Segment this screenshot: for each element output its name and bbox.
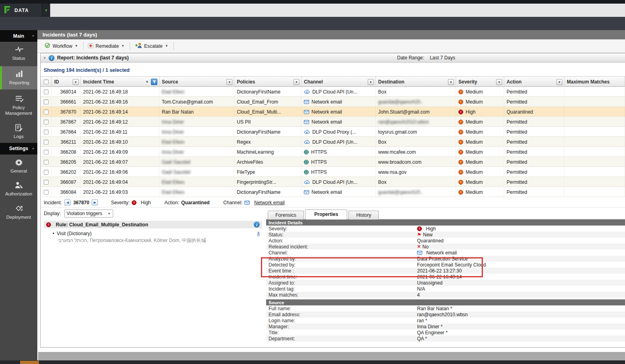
column-header-destination[interactable]: Destination▼ xyxy=(376,77,456,87)
cell-destination: Box xyxy=(376,87,456,97)
filter-icon[interactable] xyxy=(151,79,157,85)
tab-forensics[interactable]: Forensics xyxy=(268,211,304,220)
incident-row[interactable]: 3666612021-06-22 16:49:16Tom.Cruise@gmai… xyxy=(41,97,625,107)
incident-row[interactable]: 3662112021-06-22 16:49:10Elad ElkesRegex… xyxy=(41,137,625,147)
row-checkbox-cell xyxy=(41,97,52,107)
date-range[interactable]: Date Range: Last 7 Days xyxy=(397,55,455,61)
row-checkbox[interactable] xyxy=(44,89,49,94)
sidebar-item-general[interactable]: General xyxy=(0,155,37,177)
property-value: Data Protection Service xyxy=(417,256,468,262)
property-value-text: ran * xyxy=(417,318,427,323)
incident-row[interactable]: 3678672021-06-22 16:49:12Inna DinerUS PI… xyxy=(41,117,625,127)
trigger-values: הכותל המערבי, Петропавловск-Камчатский, … xyxy=(44,236,262,244)
trigger-count-link[interactable]: 4 xyxy=(257,231,261,236)
info-icon[interactable]: i xyxy=(49,55,55,61)
channel-text: HTTPS xyxy=(311,169,327,175)
incident-row[interactable]: 3662022021-06-22 16:49:06Gadi SaustielFi… xyxy=(41,167,625,177)
incident-row[interactable]: 3660842021-06-22 16:49:03Elad ElkesDicti… xyxy=(41,187,625,197)
channel-value-link[interactable]: Network email xyxy=(254,200,285,205)
forcepoint-logo-tile[interactable]: DATA xyxy=(0,4,42,17)
cell-destination: Box xyxy=(376,177,456,187)
cell-maximum-matches xyxy=(564,117,625,127)
channel-text: DLP Cloud Proxy (... xyxy=(312,129,356,135)
row-checkbox[interactable] xyxy=(44,100,49,104)
incident-row[interactable]: 3678702021-06-22 16:49:14Ran Bar NatanCl… xyxy=(41,107,625,117)
column-filter-dropdown[interactable]: ▼ xyxy=(448,79,454,85)
column-filter-dropdown[interactable]: ▼ xyxy=(556,79,562,85)
tab-properties[interactable]: Properties xyxy=(305,209,347,220)
column-header-label: Destination xyxy=(378,79,404,85)
column-header-maximum-matches[interactable]: Maximum Matches xyxy=(564,77,625,87)
row-checkbox[interactable] xyxy=(44,160,49,165)
sidebar-item-reporting[interactable]: Reporting xyxy=(0,66,37,89)
row-checkbox[interactable] xyxy=(44,130,49,134)
escalate-button[interactable]: Escalate▼ xyxy=(131,41,172,51)
incident-row[interactable]: 3662052021-06-22 16:49:07Gadi SaustielAr… xyxy=(41,157,625,167)
sidebar-item-label: Status xyxy=(12,56,25,61)
cell-channel: DLP Cloud API (Un... xyxy=(301,177,376,187)
remediate-button[interactable]: Remediate▼ xyxy=(85,41,128,51)
column-header-action[interactable]: Action▼ xyxy=(504,77,564,87)
cell-maximum-matches xyxy=(564,147,625,157)
row-checkbox[interactable] xyxy=(44,140,49,144)
severity-medium-icon: ! xyxy=(458,190,463,195)
sidebar-item-status[interactable]: Status xyxy=(0,42,37,65)
row-checkbox[interactable] xyxy=(44,170,49,175)
column-header-policies[interactable]: Policies▼ xyxy=(234,77,301,87)
incident-row[interactable]: 3660872021-06-22 16:49:04Elad ElkesFinge… xyxy=(41,177,625,187)
column-filter-dropdown[interactable]: ▼ xyxy=(368,79,374,85)
cell-severity: !Medium xyxy=(456,87,504,97)
incident-row[interactable]: 3662082021-06-22 16:49:09Inna DinerMachi… xyxy=(41,147,625,157)
row-checkbox[interactable] xyxy=(44,190,49,195)
column-header-label: Severity xyxy=(458,79,477,85)
info-icon[interactable]: i xyxy=(254,222,260,228)
column-filter-dropdown[interactable]: ▼ xyxy=(226,79,232,85)
sidebar-item-authorization[interactable]: Authorization xyxy=(0,177,37,200)
sidebar-section-settings[interactable]: Settings˄ xyxy=(0,143,37,155)
cell-policies: Cloud_Email_Multi... xyxy=(234,107,301,117)
column-header-label: Action xyxy=(507,79,521,85)
cell-policies: MachineLearning xyxy=(234,147,301,157)
sidebar-section-main[interactable]: Main˄ xyxy=(0,30,37,42)
column-header-channel[interactable]: Channel▼ xyxy=(301,77,376,87)
channel-text: DLP Cloud API (Un... xyxy=(312,179,358,185)
incident-row[interactable]: 3678642021-06-22 16:49:11Inna DinerDicti… xyxy=(41,127,625,137)
severity-medium-icon: ! xyxy=(458,180,463,185)
cell-maximum-matches xyxy=(564,177,625,187)
incident-nav-bar: Incident: ◀ 367870 ▶ Severity: ! High Ac… xyxy=(41,197,625,207)
product-switcher-button[interactable]: ▼ xyxy=(42,4,50,17)
property-row: Channel:Network email xyxy=(266,250,625,256)
column-header-source[interactable]: Source▼ xyxy=(159,77,234,87)
sidebar-item-logs[interactable]: Logs xyxy=(0,120,37,143)
row-checkbox[interactable] xyxy=(44,110,49,114)
display-select[interactable]: Violation triggers ▼ xyxy=(64,209,113,218)
select-all-checkbox[interactable] xyxy=(44,79,49,84)
previous-incident-button[interactable]: ◀ xyxy=(64,199,71,205)
tab-history[interactable]: History xyxy=(348,211,379,220)
column-header-incident-time[interactable]: Incident Time▼ xyxy=(81,77,159,87)
forcepoint-logo-icon xyxy=(4,6,11,15)
workflow-button[interactable]: Workflow▼ xyxy=(41,41,82,51)
taskbar-item[interactable] xyxy=(20,361,39,364)
collapse-report-icon[interactable]: » xyxy=(43,57,47,59)
chevron-down-icon: ▼ xyxy=(45,8,48,12)
column-header-id[interactable]: ID▼ xyxy=(52,77,81,87)
product-name: DATA xyxy=(14,8,29,13)
property-value: Unassigned xyxy=(417,280,442,286)
severity-text: Medium xyxy=(466,149,483,155)
property-value-text: QA * xyxy=(417,336,427,342)
sidebar-item-policy-management[interactable]: Policy Management xyxy=(0,91,37,120)
row-checkbox[interactable] xyxy=(44,150,49,155)
column-header-severity[interactable]: Severity▼ xyxy=(456,77,504,87)
column-filter-dropdown[interactable]: ▼ xyxy=(293,79,299,85)
incident-row[interactable]: 3680142021-06-22 16:49:18Elad ElkesDicti… xyxy=(41,87,625,97)
column-filter-dropdown[interactable]: ▼ xyxy=(496,79,502,85)
column-filter-dropdown[interactable]: ▼ xyxy=(73,79,79,85)
row-checkbox[interactable] xyxy=(44,120,49,124)
incident-label: Incident: xyxy=(44,200,62,205)
sidebar-item-deployment[interactable]: Deployment xyxy=(0,201,37,224)
severity-label: Severity: xyxy=(111,200,130,205)
row-checkbox[interactable] xyxy=(44,180,49,185)
next-incident-button[interactable]: ▶ xyxy=(92,199,98,205)
action-value: Quarantined xyxy=(181,200,210,205)
